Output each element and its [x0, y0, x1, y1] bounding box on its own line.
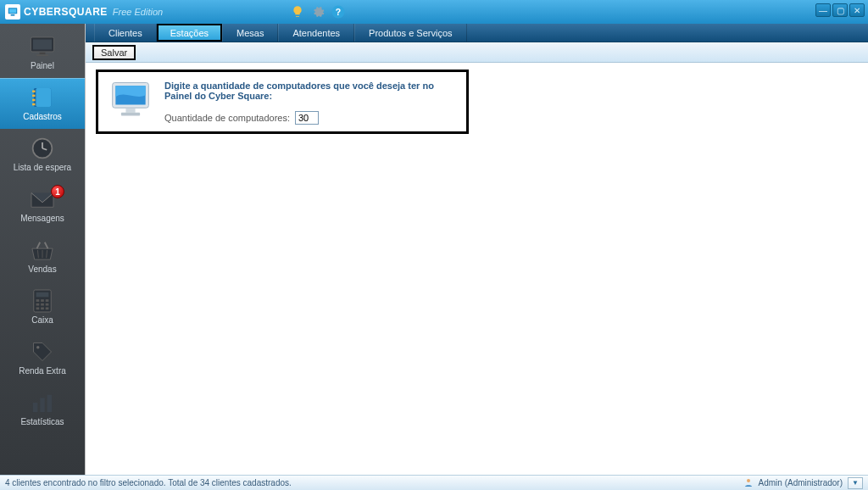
svg-rect-29	[36, 307, 40, 309]
content-area: Clientes Estações Mesas Atendentes Produ…	[85, 24, 868, 475]
tab-estacoes[interactable]: Estações	[157, 24, 222, 42]
toolbar: Salvar	[86, 42, 868, 63]
sidebar-item-caixa[interactable]: Caixa	[0, 281, 85, 332]
notification-badge: 1	[51, 185, 64, 198]
clock-icon	[28, 136, 57, 160]
basket-icon	[28, 238, 57, 262]
quantity-label: Quantidade de computadores:	[164, 113, 290, 123]
bar-chart-icon	[28, 391, 57, 415]
svg-rect-33	[33, 403, 38, 412]
sidebar-label: Cadastros	[23, 112, 62, 121]
sidebar-label: Painel	[31, 61, 54, 70]
svg-point-40	[747, 479, 750, 482]
svg-rect-11	[32, 91, 35, 93]
user-icon	[743, 477, 754, 489]
sidebar-label: Caixa	[31, 315, 53, 325]
monitor-icon	[28, 35, 57, 58]
minimize-button[interactable]: —	[815, 3, 831, 17]
calculator-icon	[28, 289, 57, 313]
app-name: CYBERSQUARE	[24, 6, 108, 18]
titlebar: CYBERSQUARE Free Edition ? — ▢ ✕	[0, 0, 868, 24]
help-icon[interactable]: ?	[331, 4, 346, 19]
tabbar: Clientes Estações Mesas Atendentes Produ…	[86, 24, 868, 42]
sidebar-item-estatisticas[interactable]: Estatísticas	[0, 383, 85, 434]
close-button[interactable]: ✕	[849, 3, 865, 17]
sidebar-label: Vendas	[28, 264, 56, 274]
maximize-button[interactable]: ▢	[832, 3, 848, 17]
tab-atendentes[interactable]: Atendentes	[278, 24, 354, 42]
sidebar-label: Mensagens	[20, 214, 64, 223]
monitor-icon	[108, 79, 153, 120]
svg-rect-27	[41, 303, 44, 306]
svg-rect-30	[41, 307, 44, 309]
tab-produtos-servicos[interactable]: Produtos e Serviços	[354, 24, 466, 42]
sidebar-item-renda-extra[interactable]: Renda Extra	[0, 332, 85, 383]
tag-icon	[28, 340, 57, 364]
svg-rect-14	[32, 103, 35, 106]
svg-text:?: ?	[336, 7, 341, 17]
app-edition: Free Edition	[113, 7, 163, 17]
tab-clientes[interactable]: Clientes	[94, 24, 157, 42]
svg-rect-22	[36, 292, 49, 298]
gear-icon[interactable]	[310, 4, 326, 19]
svg-point-32	[36, 346, 40, 349]
svg-rect-26	[36, 303, 40, 306]
sidebar-label: Lista de espera	[14, 163, 71, 172]
svg-rect-12	[32, 95, 35, 97]
svg-rect-8	[36, 54, 48, 56]
svg-rect-25	[46, 299, 49, 302]
tab-mesas[interactable]: Mesas	[222, 24, 278, 42]
sidebar-item-lista-de-espera[interactable]: Lista de espera	[0, 129, 85, 180]
status-text: 4 clientes encontrado no filtro selecion…	[5, 478, 292, 487]
sidebar-item-mensagens[interactable]: Mensagens 1	[0, 180, 85, 231]
sidebar-item-vendas[interactable]: Vendas	[0, 231, 85, 281]
address-book-icon	[28, 86, 57, 109]
svg-rect-31	[46, 307, 49, 309]
svg-rect-35	[47, 395, 53, 412]
sidebar-label: Renda Extra	[19, 366, 66, 376]
quantity-input[interactable]	[295, 111, 319, 125]
svg-rect-13	[32, 99, 35, 102]
sidebar-label: Estatísticas	[20, 417, 64, 426]
svg-rect-6	[33, 40, 52, 50]
svg-rect-34	[40, 398, 45, 412]
svg-rect-1	[11, 14, 15, 16]
sidebar: Painel Cadastros Lista de espera Mensage…	[0, 24, 85, 475]
user-label: Admin (Administrador)	[759, 478, 843, 487]
svg-rect-28	[46, 303, 49, 306]
sidebar-item-cadastros[interactable]: Cadastros	[0, 78, 85, 129]
lightbulb-icon[interactable]	[290, 4, 305, 19]
statusbar: 4 clientes encontrado no filtro selecion…	[0, 475, 868, 490]
save-button[interactable]: Salvar	[92, 45, 136, 60]
app-logo-icon	[5, 4, 20, 19]
panel-prompt: Digite a quantidade de computadores que …	[164, 81, 456, 101]
sidebar-item-painel[interactable]: Painel	[0, 27, 85, 78]
stations-config-panel: Digite a quantidade de computadores que …	[96, 70, 469, 134]
user-menu-dropdown[interactable]: ▼	[848, 477, 863, 489]
svg-rect-39	[121, 113, 140, 116]
svg-rect-10	[36, 88, 51, 107]
svg-rect-7	[40, 53, 46, 55]
svg-rect-38	[125, 109, 135, 113]
svg-rect-2	[9, 9, 16, 14]
svg-rect-24	[41, 299, 44, 302]
svg-rect-23	[36, 299, 40, 302]
